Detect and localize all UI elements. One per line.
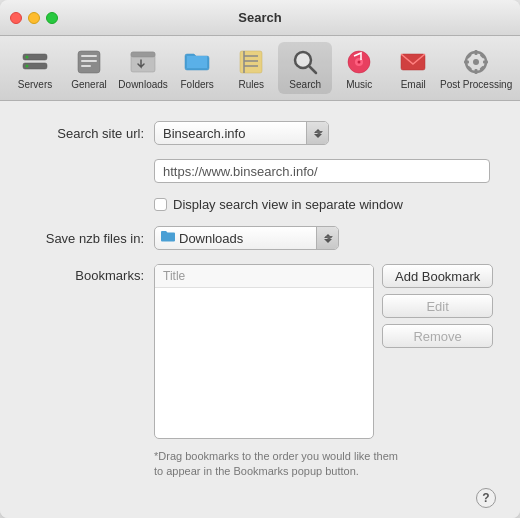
servers-label: Servers — [18, 79, 52, 90]
maximize-button[interactable] — [46, 12, 58, 24]
email-label: Email — [401, 79, 426, 90]
title-bar: Search — [0, 0, 520, 36]
svg-rect-25 — [464, 61, 469, 64]
save-nzb-wrapper: Downloads — [154, 226, 339, 250]
svg-point-19 — [358, 61, 361, 64]
svg-rect-5 — [81, 55, 97, 57]
servers-icon — [19, 46, 51, 78]
svg-rect-9 — [131, 52, 155, 57]
bookmarks-content: Title Add Bookmark Edit Remove — [154, 264, 493, 439]
sidebar-item-music[interactable]: Music — [332, 42, 386, 94]
rules-icon — [235, 46, 267, 78]
sidebar-item-general[interactable]: General — [62, 42, 116, 94]
bookmarks-buttons: Add Bookmark Edit Remove — [382, 264, 493, 439]
sidebar-item-post-processing[interactable]: Post Processing — [440, 42, 512, 94]
folders-label: Folders — [181, 79, 214, 90]
search-site-url-row: Search site url: Binsearch.info — [24, 121, 496, 145]
rules-label: Rules — [238, 79, 264, 90]
search-site-url-wrapper: Binsearch.info — [154, 121, 329, 145]
bookmarks-row: Bookmarks: Title Add Bookmark Edit Remov… — [24, 264, 496, 439]
post-processing-icon — [460, 46, 492, 78]
svg-point-3 — [26, 65, 29, 68]
general-icon — [73, 46, 105, 78]
svg-rect-23 — [475, 50, 478, 55]
sidebar-item-servers[interactable]: Servers — [8, 42, 62, 94]
url-input-row — [24, 159, 496, 183]
search-icon — [289, 46, 321, 78]
downloads-label: Downloads — [118, 79, 167, 90]
sidebar-item-email[interactable]: Email — [386, 42, 440, 94]
save-nzb-row: Save nzb files in: Downloads — [24, 226, 496, 250]
email-icon — [397, 46, 429, 78]
window-title: Search — [238, 10, 281, 25]
search-site-url-select[interactable]: Binsearch.info — [154, 121, 329, 145]
sidebar-item-search[interactable]: Search — [278, 42, 332, 94]
svg-rect-26 — [483, 61, 488, 64]
folders-icon — [181, 46, 213, 78]
traffic-lights — [10, 12, 58, 24]
svg-rect-6 — [81, 60, 97, 62]
bookmarks-column-title: Title — [155, 265, 373, 288]
help-row: ? — [24, 488, 496, 508]
sidebar-item-rules[interactable]: Rules — [224, 42, 278, 94]
music-label: Music — [346, 79, 372, 90]
svg-point-22 — [473, 59, 479, 65]
save-nzb-select[interactable]: Downloads — [154, 226, 339, 250]
help-button[interactable]: ? — [476, 488, 496, 508]
separate-window-checkbox[interactable] — [154, 198, 167, 211]
sidebar-item-folders[interactable]: Folders — [170, 42, 224, 94]
save-nzb-label: Save nzb files in: — [24, 231, 144, 246]
general-label: General — [71, 79, 107, 90]
minimize-button[interactable] — [28, 12, 40, 24]
add-bookmark-button[interactable]: Add Bookmark — [382, 264, 493, 288]
music-icon — [343, 46, 375, 78]
svg-rect-24 — [475, 69, 478, 74]
search-site-url-label: Search site url: — [24, 126, 144, 141]
close-button[interactable] — [10, 12, 22, 24]
svg-line-16 — [309, 66, 316, 73]
sidebar-item-downloads[interactable]: Downloads — [116, 42, 170, 94]
svg-point-2 — [26, 56, 29, 59]
post-processing-label: Post Processing — [440, 79, 512, 90]
search-label: Search — [289, 79, 321, 90]
svg-rect-7 — [81, 65, 91, 67]
bookmarks-label: Bookmarks: — [24, 264, 144, 283]
remove-button[interactable]: Remove — [382, 324, 493, 348]
separate-window-row: Display search view in separate window — [24, 197, 496, 212]
content-area: Search site url: Binsearch.info Display … — [0, 101, 520, 518]
downloads-icon — [127, 46, 159, 78]
bookmarks-list[interactable]: Title — [154, 264, 374, 439]
footer-note: *Drag bookmarks to the order you would l… — [24, 449, 404, 480]
edit-button[interactable]: Edit — [382, 294, 493, 318]
toolbar: Servers General Downloads — [0, 36, 520, 101]
separate-window-label: Display search view in separate window — [173, 197, 403, 212]
url-input[interactable] — [154, 159, 490, 183]
